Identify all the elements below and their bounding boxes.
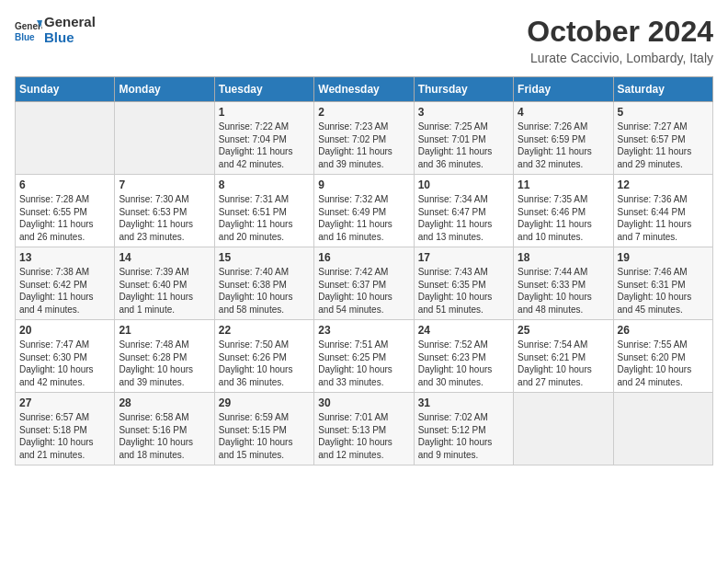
weekday-header-tuesday: Tuesday <box>214 77 313 102</box>
calendar-cell: 6 Sunrise: 7:28 AM Sunset: 6:55 PM Dayli… <box>16 175 115 247</box>
day-number: 13 <box>19 251 110 264</box>
day-info: Sunrise: 7:50 AM Sunset: 6:26 PM Dayligh… <box>219 339 310 388</box>
svg-text:Blue: Blue <box>15 32 35 42</box>
day-number: 15 <box>219 251 310 264</box>
calendar-cell: 24 Sunrise: 7:52 AM Sunset: 6:23 PM Dayl… <box>414 320 513 393</box>
calendar-week-row: 1 Sunrise: 7:22 AM Sunset: 7:04 PM Dayli… <box>16 102 713 175</box>
title-block: October 2024 Lurate Caccivio, Lombardy, … <box>527 15 713 65</box>
location: Lurate Caccivio, Lombardy, Italy <box>527 51 713 65</box>
day-number: 26 <box>618 324 709 337</box>
day-number: 6 <box>19 178 110 191</box>
day-info: Sunrise: 7:02 AM Sunset: 5:12 PM Dayligh… <box>418 411 509 461</box>
day-number: 23 <box>318 324 409 337</box>
calendar-cell: 30 Sunrise: 7:01 AM Sunset: 5:13 PM Dayl… <box>314 393 414 465</box>
calendar-week-row: 6 Sunrise: 7:28 AM Sunset: 6:55 PM Dayli… <box>16 175 713 247</box>
day-info: Sunrise: 6:58 AM Sunset: 5:16 PM Dayligh… <box>119 411 210 461</box>
day-info: Sunrise: 7:36 AM Sunset: 6:44 PM Dayligh… <box>618 193 709 243</box>
weekday-header-row: SundayMondayTuesdayWednesdayThursdayFrid… <box>16 77 713 102</box>
day-info: Sunrise: 7:27 AM Sunset: 6:57 PM Dayligh… <box>618 121 709 170</box>
calendar-cell: 9 Sunrise: 7:32 AM Sunset: 6:49 PM Dayli… <box>314 175 414 247</box>
day-info: Sunrise: 7:52 AM Sunset: 6:23 PM Dayligh… <box>418 339 509 388</box>
day-info: Sunrise: 7:22 AM Sunset: 7:04 PM Dayligh… <box>219 121 310 170</box>
day-info: Sunrise: 7:51 AM Sunset: 6:25 PM Dayligh… <box>318 339 409 388</box>
calendar-cell: 26 Sunrise: 7:55 AM Sunset: 6:20 PM Dayl… <box>613 320 712 393</box>
calendar-cell: 27 Sunrise: 6:57 AM Sunset: 5:18 PM Dayl… <box>16 393 115 465</box>
day-number: 4 <box>518 106 609 119</box>
day-number: 20 <box>19 324 110 337</box>
calendar-cell: 7 Sunrise: 7:30 AM Sunset: 6:53 PM Dayli… <box>115 175 214 247</box>
day-number: 1 <box>219 106 310 119</box>
day-number: 21 <box>119 324 210 337</box>
day-info: Sunrise: 7:43 AM Sunset: 6:35 PM Dayligh… <box>418 266 509 316</box>
day-number: 19 <box>618 251 709 264</box>
logo-blue-text: Blue <box>44 30 96 46</box>
logo: General Blue General Blue <box>15 15 96 45</box>
page-header: General Blue General Blue October 2024 L… <box>15 15 713 65</box>
day-number: 18 <box>518 251 609 264</box>
day-info: Sunrise: 7:31 AM Sunset: 6:51 PM Dayligh… <box>219 193 310 243</box>
calendar-cell: 10 Sunrise: 7:34 AM Sunset: 6:47 PM Dayl… <box>414 175 513 247</box>
calendar-week-row: 13 Sunrise: 7:38 AM Sunset: 6:42 PM Dayl… <box>16 247 713 320</box>
calendar-cell <box>613 393 712 465</box>
calendar-cell: 12 Sunrise: 7:36 AM Sunset: 6:44 PM Dayl… <box>613 175 712 247</box>
calendar-cell: 29 Sunrise: 6:59 AM Sunset: 5:15 PM Dayl… <box>214 393 313 465</box>
day-info: Sunrise: 7:30 AM Sunset: 6:53 PM Dayligh… <box>119 193 210 243</box>
day-number: 9 <box>318 178 409 191</box>
day-number: 17 <box>418 251 509 264</box>
calendar-week-row: 20 Sunrise: 7:47 AM Sunset: 6:30 PM Dayl… <box>16 320 713 393</box>
calendar-cell: 11 Sunrise: 7:35 AM Sunset: 6:46 PM Dayl… <box>514 175 613 247</box>
day-info: Sunrise: 7:55 AM Sunset: 6:20 PM Dayligh… <box>618 339 709 388</box>
day-info: Sunrise: 7:34 AM Sunset: 6:47 PM Dayligh… <box>418 193 509 243</box>
logo-icon: General Blue <box>15 17 42 44</box>
day-number: 10 <box>418 178 509 191</box>
calendar-cell: 13 Sunrise: 7:38 AM Sunset: 6:42 PM Dayl… <box>16 247 115 320</box>
day-info: Sunrise: 7:46 AM Sunset: 6:31 PM Dayligh… <box>618 266 709 316</box>
calendar-cell: 31 Sunrise: 7:02 AM Sunset: 5:12 PM Dayl… <box>414 393 513 465</box>
calendar-cell: 2 Sunrise: 7:23 AM Sunset: 7:02 PM Dayli… <box>314 102 414 175</box>
day-number: 8 <box>219 178 310 191</box>
day-info: Sunrise: 7:25 AM Sunset: 7:01 PM Dayligh… <box>418 121 509 170</box>
day-number: 2 <box>318 106 409 119</box>
day-number: 3 <box>418 106 509 119</box>
day-number: 22 <box>219 324 310 337</box>
day-info: Sunrise: 7:54 AM Sunset: 6:21 PM Dayligh… <box>518 339 609 388</box>
day-number: 14 <box>119 251 210 264</box>
weekday-header-thursday: Thursday <box>414 77 513 102</box>
day-number: 27 <box>19 396 110 409</box>
weekday-header-saturday: Saturday <box>613 77 712 102</box>
day-number: 24 <box>418 324 509 337</box>
weekday-header-friday: Friday <box>514 77 613 102</box>
calendar-table: SundayMondayTuesdayWednesdayThursdayFrid… <box>15 76 713 465</box>
day-number: 31 <box>418 396 509 409</box>
day-info: Sunrise: 6:57 AM Sunset: 5:18 PM Dayligh… <box>19 411 110 461</box>
weekday-header-monday: Monday <box>115 77 214 102</box>
day-info: Sunrise: 7:28 AM Sunset: 6:55 PM Dayligh… <box>19 193 110 243</box>
logo-general-text: General <box>44 15 96 30</box>
calendar-cell: 20 Sunrise: 7:47 AM Sunset: 6:30 PM Dayl… <box>16 320 115 393</box>
calendar-cell: 16 Sunrise: 7:42 AM Sunset: 6:37 PM Dayl… <box>314 247 414 320</box>
calendar-cell <box>514 393 613 465</box>
calendar-cell: 23 Sunrise: 7:51 AM Sunset: 6:25 PM Dayl… <box>314 320 414 393</box>
calendar-cell: 21 Sunrise: 7:48 AM Sunset: 6:28 PM Dayl… <box>115 320 214 393</box>
day-info: Sunrise: 7:44 AM Sunset: 6:33 PM Dayligh… <box>518 266 609 316</box>
day-info: Sunrise: 6:59 AM Sunset: 5:15 PM Dayligh… <box>219 411 310 461</box>
calendar-cell <box>115 102 214 175</box>
calendar-cell: 1 Sunrise: 7:22 AM Sunset: 7:04 PM Dayli… <box>214 102 313 175</box>
calendar-cell: 28 Sunrise: 6:58 AM Sunset: 5:16 PM Dayl… <box>115 393 214 465</box>
calendar-cell: 22 Sunrise: 7:50 AM Sunset: 6:26 PM Dayl… <box>214 320 313 393</box>
calendar-cell: 15 Sunrise: 7:40 AM Sunset: 6:38 PM Dayl… <box>214 247 313 320</box>
calendar-cell: 3 Sunrise: 7:25 AM Sunset: 7:01 PM Dayli… <box>414 102 513 175</box>
day-number: 30 <box>318 396 409 409</box>
day-info: Sunrise: 7:40 AM Sunset: 6:38 PM Dayligh… <box>219 266 310 316</box>
day-number: 5 <box>618 106 709 119</box>
calendar-cell: 4 Sunrise: 7:26 AM Sunset: 6:59 PM Dayli… <box>514 102 613 175</box>
day-info: Sunrise: 7:47 AM Sunset: 6:30 PM Dayligh… <box>19 339 110 388</box>
day-info: Sunrise: 7:23 AM Sunset: 7:02 PM Dayligh… <box>318 121 409 170</box>
day-number: 11 <box>518 178 609 191</box>
day-number: 25 <box>518 324 609 337</box>
day-info: Sunrise: 7:35 AM Sunset: 6:46 PM Dayligh… <box>518 193 609 243</box>
calendar-cell: 19 Sunrise: 7:46 AM Sunset: 6:31 PM Dayl… <box>613 247 712 320</box>
day-info: Sunrise: 7:32 AM Sunset: 6:49 PM Dayligh… <box>318 193 409 243</box>
day-info: Sunrise: 7:38 AM Sunset: 6:42 PM Dayligh… <box>19 266 110 316</box>
day-number: 12 <box>618 178 709 191</box>
